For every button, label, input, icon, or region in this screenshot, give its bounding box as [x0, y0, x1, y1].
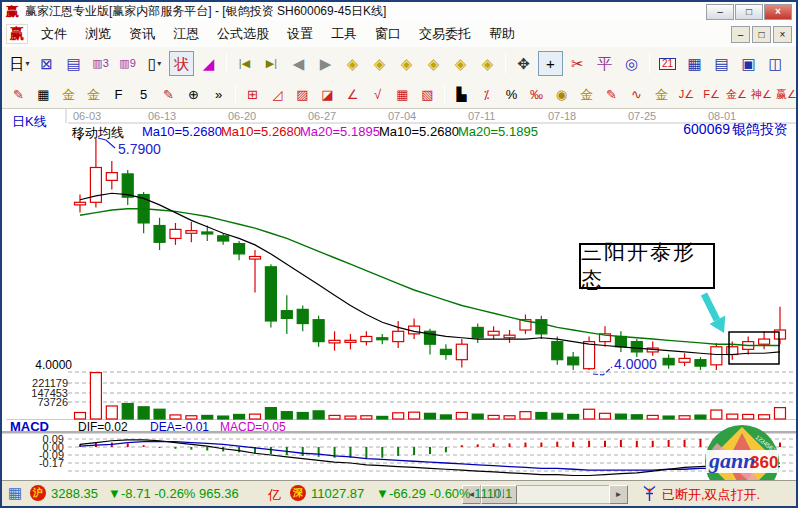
gold-angle-button[interactable]: 金∠ [725, 83, 748, 105]
dense-grid-button[interactable]: ▦ [391, 83, 414, 105]
axis-date-label: 06-03 [73, 110, 101, 122]
menu-item-8[interactable]: 交易委托 [410, 23, 480, 45]
smart-analysis-button[interactable]: ◎ [619, 51, 644, 76]
calendar-button[interactable]: 21 [655, 51, 680, 76]
axis-date-label: 07-25 [628, 110, 656, 122]
net-view-button[interactable]: ◫ [763, 51, 788, 76]
grid-gold2-button[interactable]: 金 [82, 83, 105, 105]
diamond-nav-1-button[interactable]: ◈ [340, 51, 365, 76]
cut-line-button[interactable]: ✂ [565, 51, 590, 76]
permille-button[interactable]: ‰ [525, 83, 548, 105]
pattern-overlay-button[interactable]: ⊠ [34, 51, 59, 76]
connection-status-text[interactable]: 已断开,双点打开. [662, 486, 760, 504]
info-list-button[interactable]: ▤ [61, 51, 86, 76]
scroll-right-button[interactable]: ► [609, 485, 628, 504]
diamond-nav-6-button[interactable]: ◈ [475, 51, 500, 76]
shen-angle-button[interactable]: 神∠ [750, 83, 773, 105]
vol-ladder-button[interactable]: ▙ [450, 83, 473, 105]
diamond-nav-6-button-icon: ◈ [482, 56, 494, 71]
menu-item-0[interactable]: 文件 [32, 23, 76, 45]
pen-grid-button[interactable]: ✎ [157, 83, 180, 105]
check-line-button[interactable]: √ [366, 83, 389, 105]
ma-label-0: Ma10=5.2680 [142, 124, 222, 139]
wave-button[interactable]: ∿ [625, 83, 648, 105]
mdi-minimize-button[interactable]: – [731, 26, 750, 43]
retrace-percent-button[interactable]: ⁒ [475, 83, 498, 105]
box-fan-button[interactable]: ▨ [291, 83, 314, 105]
fan-lines-button[interactable]: ◿ [266, 83, 289, 105]
maximize-button[interactable]: □ [735, 4, 763, 20]
ma3-button[interactable]: ▥3 [88, 51, 113, 76]
candle-style-button-icon: ▯ [148, 56, 156, 71]
grid-gold1-button[interactable]: 金 [57, 83, 80, 105]
grid-f-button[interactable]: F [107, 83, 130, 105]
circle-grid-button[interactable]: ⊕ [182, 83, 205, 105]
menu-item-6[interactable]: 工具 [322, 23, 366, 45]
mdi-restore-button[interactable]: □ [752, 26, 771, 43]
menu-item-3[interactable]: 江恩 [164, 23, 208, 45]
menu-item-2[interactable]: 资讯 [120, 23, 164, 45]
menu-item-5[interactable]: 设置 [278, 23, 322, 45]
menu-item-7[interactable]: 窗口 [366, 23, 410, 45]
menu-item-1[interactable]: 浏览 [76, 23, 120, 45]
diamond-nav-5-button[interactable]: ◈ [448, 51, 473, 76]
gold-angle2-button[interactable]: 金 [650, 83, 673, 105]
down-arrow-icon: ▼ [108, 486, 121, 501]
panel-label-macd: MACD [10, 419, 49, 434]
pattern-match-button[interactable]: 状 [169, 51, 194, 76]
square-fan-button[interactable]: ◪ [316, 83, 339, 105]
crosshair-button[interactable]: + [538, 51, 563, 76]
percent-button[interactable]: % [500, 83, 523, 105]
ma-label-2: Ma20=5.1895 [300, 124, 380, 139]
diamond-nav-3-button[interactable]: ◈ [394, 51, 419, 76]
toolbar-separator [235, 84, 236, 105]
sz-index-change: -66.29 -0.60% 1110.1 [389, 486, 512, 501]
gann-ping-button[interactable]: 平 [592, 51, 617, 76]
notes-button[interactable]: ▤ [709, 51, 734, 76]
last-bar-button[interactable]: ▶| [259, 51, 284, 76]
grid-plain-button[interactable]: ▦ [32, 83, 55, 105]
angle-line-button[interactable]: ∠ [341, 83, 364, 105]
gold-angle2-button-icon: 金 [655, 88, 668, 101]
window-title: 赢家江恩专业版[赢家内部服务平台] - [银鸽投资 SH600069-45日K线… [25, 3, 706, 20]
prev-bar-button[interactable]: ◀ [286, 51, 311, 76]
candle-style-button[interactable]: ▯▾ [142, 51, 167, 76]
first-bar-button[interactable]: |◀ [232, 51, 257, 76]
close-button[interactable]: × [764, 4, 792, 20]
rect-tool-button[interactable]: ⊞ [241, 83, 264, 105]
j-angle-button[interactable]: J∠ [675, 83, 698, 105]
diamond-nav-4-button[interactable]: ◈ [421, 51, 446, 76]
market-grid-icon[interactable]: ▦ [8, 484, 22, 502]
grid-f-button-icon: F [115, 88, 123, 101]
vol-ladder-button-icon: ▙ [457, 88, 467, 101]
macd-value-label: MACD=0.05 [220, 420, 286, 434]
gold-lines-button[interactable]: 金 [575, 83, 598, 105]
pattern-annotation[interactable]: 三阳开泰形态 [579, 243, 715, 289]
menu-item-4[interactable]: 公式选股 [208, 23, 278, 45]
net-transfer-button[interactable]: ⊟ [790, 51, 798, 76]
draw-pen-button[interactable]: ✎ [7, 83, 30, 105]
mdi-close-button[interactable]: × [773, 26, 792, 43]
period-day-button[interactable]: 日▾ [7, 51, 32, 76]
calculator-button[interactable]: ▦ [682, 51, 707, 76]
grid-5-button[interactable]: 5 [132, 83, 155, 105]
ma9-button-icon: ▥9 [119, 58, 136, 69]
calendar-button-icon: 21 [659, 58, 676, 70]
next-bar-button[interactable]: ▶ [313, 51, 338, 76]
win-angle-button[interactable]: 赢∠ [775, 83, 798, 105]
f-angle-button[interactable]: F∠ [700, 83, 723, 105]
volume-hist-button[interactable]: ◢ [196, 51, 221, 76]
gann-wheel-button[interactable]: ◉ [550, 83, 573, 105]
crosshair-button-icon: + [546, 56, 555, 71]
toolbar-drawing: ✎▦金金F5✎⊕»⊞◿▨◪∠√▦▧▙⁒%‰◉金✎∿金J∠F∠金∠神∠赢∠四∠ [2, 80, 796, 109]
save-button[interactable]: ▣ [736, 51, 761, 76]
minimize-button[interactable]: – [706, 4, 734, 20]
hatch-grid-button[interactable]: ▧ [416, 83, 439, 105]
hand-tool-button[interactable]: ✥ [511, 51, 536, 76]
brush-button[interactable]: ✎ [600, 83, 623, 105]
menu-item-9[interactable]: 帮助 [480, 23, 524, 45]
more-tools-button[interactable]: » [207, 83, 230, 105]
draw-pen-button-icon: ✎ [13, 88, 24, 101]
ma9-button[interactable]: ▥9 [115, 51, 140, 76]
diamond-nav-2-button[interactable]: ◈ [367, 51, 392, 76]
